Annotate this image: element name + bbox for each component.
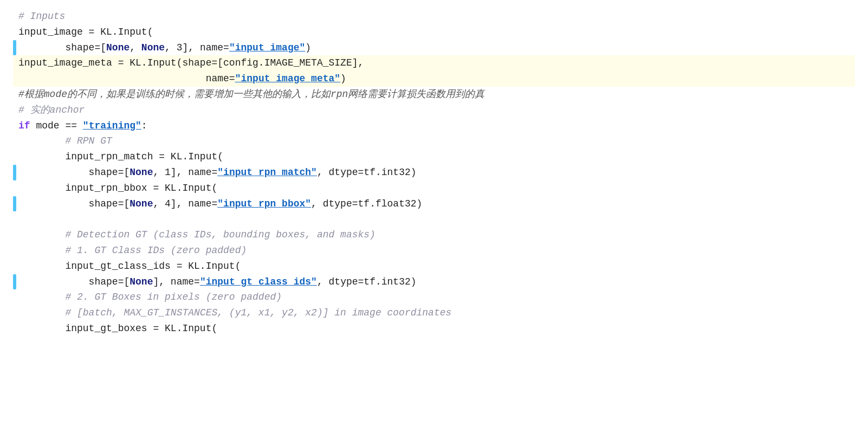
- code-token: None: [129, 276, 153, 287]
- code-token: , dtype=tf.float32): [311, 198, 422, 209]
- code-line: # Inputs: [13, 9, 855, 24]
- line-bar: [13, 118, 16, 134]
- line-content: input_gt_boxes = KL.Input(: [18, 321, 855, 337]
- line-content: # [batch, MAX_GT_INSTANCES, (y1, x1, y2,…: [18, 305, 855, 321]
- code-token: ): [305, 42, 311, 53]
- code-line: # [batch, MAX_GT_INSTANCES, (y1, x1, y2,…: [13, 305, 855, 321]
- code-token: shape=[: [18, 276, 129, 287]
- code-token: shape=[: [18, 42, 106, 53]
- line-content: input_image_meta = KL.Input(shape=[confi…: [18, 55, 855, 71]
- line-bar: [13, 274, 16, 290]
- line-content: [18, 211, 855, 227]
- line-content: input_gt_class_ids = KL.Input(: [18, 259, 855, 274]
- code-token: # 实的anchor: [18, 105, 85, 115]
- code-token: "input_image": [229, 42, 305, 53]
- line-bar: [13, 180, 16, 196]
- code-line: input_rpn_match = KL.Input(: [13, 149, 855, 165]
- line-bar: [13, 243, 16, 259]
- code-token: input_gt_class_ids = KL.Input(: [18, 261, 241, 272]
- line-bar: [13, 196, 16, 212]
- code-token: :: [141, 120, 147, 131]
- line-bar: [13, 55, 16, 71]
- code-line: shape=[None, 1], name="input_rpn_match",…: [13, 165, 855, 180]
- line-content: shape=[None, None, 3], name="input_image…: [18, 40, 855, 56]
- line-bar: [13, 133, 16, 149]
- code-editor: # Inputsinput_image = KL.Input( shape=[N…: [0, 0, 868, 439]
- line-bar: [13, 102, 16, 118]
- code-line: # 实的anchor: [13, 102, 855, 118]
- code-token: None: [129, 198, 153, 209]
- line-bar: [13, 40, 16, 56]
- code-token: ], name=: [153, 276, 199, 287]
- code-line: input_gt_boxes = KL.Input(: [13, 321, 855, 337]
- code-token: , 1], name=: [153, 167, 217, 178]
- code-line: shape=[None], name="input_gt_class_ids",…: [13, 274, 855, 290]
- line-bar: [13, 9, 16, 24]
- code-line: name="input_image_meta"): [13, 71, 855, 87]
- line-bar: [13, 71, 16, 87]
- code-token: None: [129, 167, 153, 178]
- code-line: [13, 211, 855, 227]
- code-token: # Detection GT (class IDs, bounding boxe…: [18, 229, 375, 240]
- code-token: None: [106, 42, 129, 53]
- code-token: # Inputs: [18, 11, 65, 22]
- code-line: input_rpn_bbox = KL.Input(: [13, 180, 855, 196]
- line-content: # 实的anchor: [18, 102, 855, 118]
- code-token: # RPN GT: [18, 135, 112, 146]
- line-content: # Inputs: [18, 9, 855, 24]
- code-token: mode ==: [30, 120, 83, 131]
- code-token: input_image_meta = KL.Input(shape=[confi…: [18, 57, 364, 68]
- code-line: # RPN GT: [13, 133, 855, 149]
- code-token: None: [141, 42, 165, 53]
- line-content: #根据mode的不同，如果是训练的时候，需要增加一些其他的输入，比如rpn网络需…: [18, 87, 855, 102]
- code-token: if: [18, 120, 30, 131]
- line-content: # 2. GT Boxes in pixels (zero padded): [18, 289, 855, 305]
- code-token: # 1. GT Class IDs (zero padded): [18, 245, 247, 256]
- code-token: shape=[: [18, 198, 129, 209]
- line-content: input_image = KL.Input(: [18, 24, 855, 40]
- code-token: # 2. GT Boxes in pixels (zero padded): [18, 292, 282, 302]
- code-token: , 4], name=: [153, 198, 217, 209]
- code-token: "input_rpn_bbox": [217, 198, 311, 209]
- code-line: if mode == "training":: [13, 118, 855, 134]
- code-token: input_gt_boxes = KL.Input(: [18, 323, 217, 334]
- code-token: shape=[: [18, 167, 129, 178]
- code-token: input_image = KL.Input(: [18, 27, 153, 37]
- code-token: input_rpn_bbox = KL.Input(: [18, 183, 217, 193]
- code-token: , 3], name=: [165, 42, 229, 53]
- code-line: # 1. GT Class IDs (zero padded): [13, 243, 855, 259]
- line-content: shape=[None, 1], name="input_rpn_match",…: [18, 165, 855, 180]
- code-line: shape=[None, None, 3], name="input_image…: [13, 40, 855, 56]
- code-line: # 2. GT Boxes in pixels (zero padded): [13, 289, 855, 305]
- line-bar: [13, 321, 16, 337]
- line-bar: [13, 211, 16, 227]
- code-token: "training": [83, 120, 141, 131]
- code-token: ,: [129, 42, 141, 53]
- code-token: # [batch, MAX_GT_INSTANCES, (y1, x1, y2,…: [18, 307, 451, 318]
- line-content: input_rpn_bbox = KL.Input(: [18, 180, 855, 196]
- code-line: input_image = KL.Input(: [13, 24, 855, 40]
- code-token: , dtype=tf.int32): [317, 276, 417, 287]
- code-token: , dtype=tf.int32): [317, 167, 417, 178]
- code-line: shape=[None, 4], name="input_rpn_bbox", …: [13, 196, 855, 212]
- line-content: shape=[None, 4], name="input_rpn_bbox", …: [18, 196, 855, 212]
- code-token: input_rpn_match = KL.Input(: [18, 151, 223, 162]
- line-content: input_rpn_match = KL.Input(: [18, 149, 855, 165]
- line-content: shape=[None], name="input_gt_class_ids",…: [18, 274, 855, 290]
- code-line: input_image_meta = KL.Input(shape=[confi…: [13, 55, 855, 71]
- line-bar: [13, 149, 16, 165]
- code-token: "input_image_meta": [235, 73, 340, 84]
- line-content: if mode == "training":: [18, 118, 855, 134]
- code-token: ): [340, 73, 346, 84]
- line-content: # 1. GT Class IDs (zero padded): [18, 243, 855, 259]
- line-bar: [13, 87, 16, 102]
- line-bar: [13, 305, 16, 321]
- code-line: #根据mode的不同，如果是训练的时候，需要增加一些其他的输入，比如rpn网络需…: [13, 87, 855, 102]
- line-content: # RPN GT: [18, 133, 855, 149]
- line-bar: [13, 165, 16, 180]
- code-line: # Detection GT (class IDs, bounding boxe…: [13, 227, 855, 243]
- code-token: "input_rpn_match": [217, 167, 317, 178]
- code-token: #根据mode的不同，如果是训练的时候，需要增加一些其他的输入，比如rpn网络需…: [18, 89, 484, 100]
- line-bar: [13, 259, 16, 274]
- line-bar: [13, 227, 16, 243]
